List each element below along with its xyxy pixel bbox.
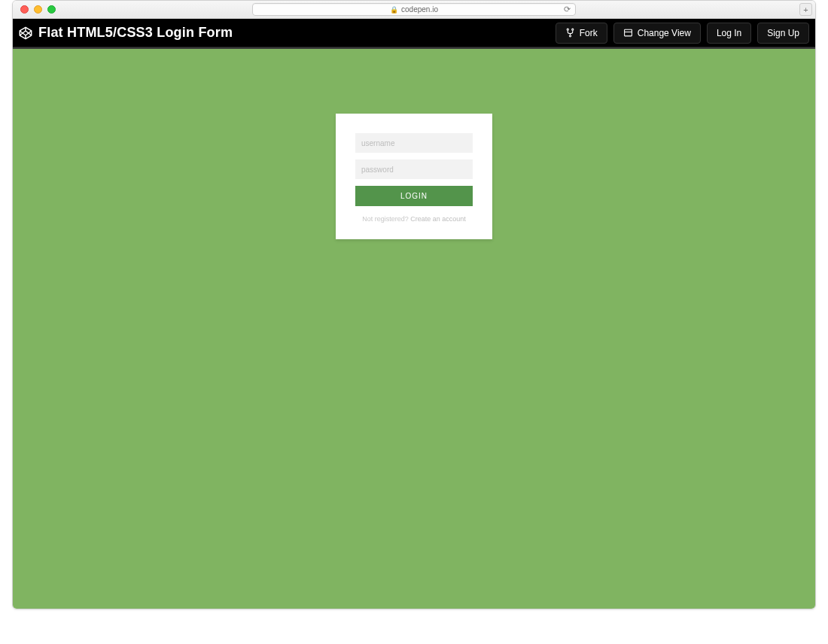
password-input[interactable] — [355, 159, 473, 179]
preview-pane: LOGIN Not registered? Create an account — [13, 49, 815, 609]
pen-title: Flat HTML5/CSS3 Login Form — [38, 25, 549, 41]
svg-point-1 — [571, 29, 573, 30]
svg-rect-3 — [624, 29, 632, 36]
create-account-link[interactable]: Create an account — [410, 215, 466, 223]
sign-up-label: Sign Up — [767, 28, 799, 38]
fork-icon — [565, 28, 575, 38]
codepen-logo-icon — [19, 26, 32, 40]
login-submit-button[interactable]: LOGIN — [355, 186, 473, 206]
lock-icon: 🔒 — [390, 6, 398, 14]
change-view-button[interactable]: Change View — [613, 23, 701, 44]
window-controls — [20, 5, 56, 14]
browser-titlebar: 🔒 codepen.io ⟳ + — [13, 1, 815, 19]
log-in-button[interactable]: Log In — [707, 23, 751, 44]
log-in-label: Log In — [717, 28, 741, 38]
layout-icon — [623, 28, 633, 38]
username-input[interactable] — [355, 133, 473, 153]
svg-point-2 — [569, 35, 571, 37]
url-host: codepen.io — [401, 5, 438, 14]
svg-point-0 — [567, 29, 568, 30]
login-form: LOGIN Not registered? Create an account — [336, 114, 492, 239]
change-view-label: Change View — [638, 28, 691, 38]
sign-up-button[interactable]: Sign Up — [757, 23, 809, 44]
login-footer-text: Not registered? — [362, 215, 410, 223]
browser-window: 🔒 codepen.io ⟳ + Flat HTML5/CSS3 Login F… — [12, 0, 816, 609]
new-tab-button[interactable]: + — [799, 3, 812, 16]
codepen-header: Flat HTML5/CSS3 Login Form Fork Change V… — [13, 19, 815, 47]
zoom-window-button[interactable] — [47, 5, 56, 14]
reload-icon[interactable]: ⟳ — [564, 5, 571, 14]
address-bar[interactable]: 🔒 codepen.io ⟳ — [252, 3, 576, 16]
login-footer: Not registered? Create an account — [355, 215, 473, 223]
fork-button[interactable]: Fork — [556, 23, 607, 44]
fork-label: Fork — [580, 28, 598, 38]
close-window-button[interactable] — [20, 5, 29, 14]
minimize-window-button[interactable] — [34, 5, 42, 14]
